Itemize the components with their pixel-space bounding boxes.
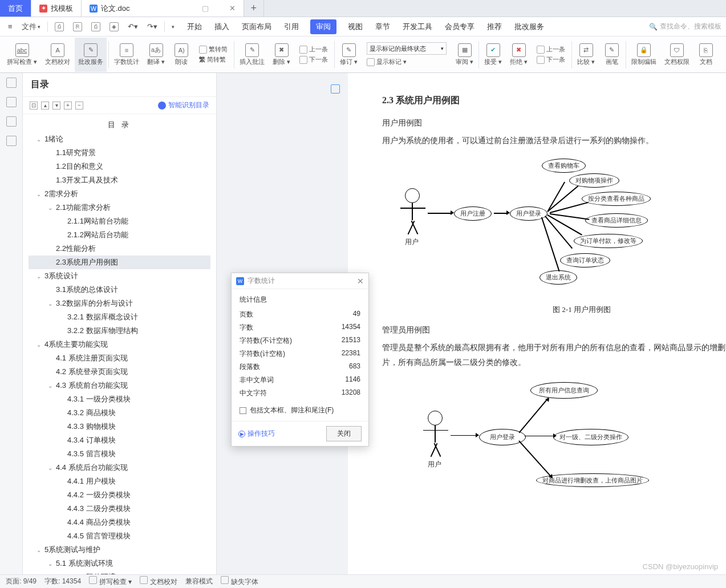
tab-home[interactable]: 首页 xyxy=(0,0,31,17)
include-textbox-checkbox[interactable]: 包括文本框、脚注和尾注(F) xyxy=(240,405,360,415)
toc-item[interactable]: 3.1系统的总体设计 xyxy=(29,283,210,297)
tab-template[interactable]: ✦找模板 xyxy=(31,0,82,17)
level-down-icon[interactable]: ▾ xyxy=(52,102,60,110)
toc-item[interactable]: ⌄4.3 系统前台功能实现 xyxy=(29,379,210,392)
preview-icon[interactable]: ◈ xyxy=(106,20,122,34)
compare-button[interactable]: ⇄比较 ▾ xyxy=(574,38,598,72)
menu-视图[interactable]: 视图 xyxy=(347,19,364,34)
toc-item[interactable]: 2.1.1网站前台功能 xyxy=(29,214,210,228)
delete-comment-button[interactable]: ✖删除 ▾ xyxy=(269,38,294,72)
toc-item[interactable]: 3.2.1 数据库概念设计 xyxy=(29,310,210,324)
next-change-button[interactable]: 下一条 xyxy=(537,55,565,64)
outline-icon[interactable] xyxy=(6,78,17,88)
toc-item[interactable]: 4.3.1 一级分类模块 xyxy=(29,392,210,406)
menu-页面布局[interactable]: 页面布局 xyxy=(241,19,273,34)
tag-icon[interactable] xyxy=(6,116,17,127)
next-comment-button[interactable]: 下一条 xyxy=(299,55,328,64)
toc-item[interactable]: 5.1.1 硬件环境 xyxy=(29,570,210,574)
shrink-icon[interactable]: − xyxy=(75,102,83,110)
track-changes-button[interactable]: ✎修订 ▾ xyxy=(336,38,361,72)
toc-item[interactable]: 1.1研究背景 xyxy=(29,146,210,160)
status-compat[interactable]: 兼容模式 xyxy=(185,577,213,586)
section-icon[interactable] xyxy=(331,84,340,94)
toc-item[interactable]: 2.2性能分析 xyxy=(29,242,210,256)
toc-item[interactable]: ⌄3.2数据库的分析与设计 xyxy=(29,297,210,310)
toc-item[interactable]: 4.4.4 商品分类模块 xyxy=(29,516,210,529)
redo-icon[interactable]: ↷▾ xyxy=(144,20,161,33)
toc-item[interactable]: ⌄4系统主要功能实现 xyxy=(29,338,210,351)
toc-item[interactable]: ⌄2需求分析 xyxy=(29,187,210,201)
toc-item[interactable]: 2.3系统用户用例图 xyxy=(29,256,210,269)
level-up-icon[interactable]: ▴ xyxy=(41,102,49,110)
spell-check-button[interactable]: abc拼写检查 ▾ xyxy=(3,38,40,72)
status-page[interactable]: 页面: 9/49 xyxy=(6,577,36,586)
bookmark-icon[interactable] xyxy=(6,97,17,107)
menu-开始[interactable]: 开始 xyxy=(186,19,203,34)
dialog-header[interactable]: W 字数统计 ✕ xyxy=(232,273,368,289)
dialog-tip-link[interactable]: ▶操作技巧 xyxy=(238,429,275,439)
toc-item[interactable]: 4.3.4 订单模块 xyxy=(29,433,210,447)
toc-item[interactable]: 4.3.5 留言模块 xyxy=(29,447,210,461)
menu-推荐[interactable]: 推荐 xyxy=(486,19,503,34)
to-traditional-button[interactable]: 繁简转繁 xyxy=(199,55,226,64)
toc-tree[interactable]: 目 录 ⌄1绪论1.1研究背景1.2目的和意义1.3开发工具及技术⌄2需求分析⌄… xyxy=(23,114,216,574)
more-icon[interactable]: ▾ xyxy=(168,22,178,32)
toc-item[interactable]: ⌄5.1 系统测试环境 xyxy=(29,557,210,570)
file-menu[interactable]: 文件 ▾ xyxy=(18,19,44,34)
tab-new[interactable]: + xyxy=(244,0,265,17)
menu-审阅[interactable]: 审阅 xyxy=(310,19,336,34)
toc-item[interactable]: 4.4.2 一级分类模块 xyxy=(29,488,210,502)
saveas-icon[interactable]: ⎘ xyxy=(70,20,86,34)
read-aloud-button[interactable]: A)朗读 xyxy=(169,38,193,72)
collapse-icon[interactable]: ⊡ xyxy=(30,102,38,110)
toc-item[interactable]: ⌄1绪论 xyxy=(29,132,210,146)
dialog-close-icon[interactable]: ✕ xyxy=(357,277,364,286)
print-icon[interactable]: ⎙ xyxy=(88,20,104,34)
translate-button[interactable]: aあ翻译 ▾ xyxy=(144,38,168,72)
ink-button[interactable]: ✎画笔 xyxy=(600,38,624,72)
toc-item[interactable]: ⌄3系统设计 xyxy=(29,269,210,283)
word-count-button[interactable]: ≡字数统计 xyxy=(111,38,143,72)
status-words[interactable]: 字数: 14354 xyxy=(44,577,81,586)
search-box[interactable]: 🔍查找命令、搜索模板 xyxy=(649,22,721,31)
toc-item[interactable]: 4.3.2 商品模块 xyxy=(29,406,210,420)
doc-permission-button[interactable]: 🛡文档权限 xyxy=(661,38,693,72)
toc-item[interactable]: 4.2 系统登录页面实现 xyxy=(29,365,210,379)
toc-item[interactable]: 4.3.3 购物模块 xyxy=(29,420,210,433)
dialog-close-button[interactable]: 关闭 xyxy=(326,426,362,441)
status-spell[interactable]: 拼写检查 ▾ xyxy=(89,576,132,587)
menu-会员专享[interactable]: 会员专享 xyxy=(444,19,476,34)
tab-window-icon[interactable]: ▢ xyxy=(202,4,209,13)
tab-document[interactable]: W论文.doc▢✕ xyxy=(82,0,244,17)
expand-icon[interactable]: + xyxy=(64,102,72,110)
hamburger-icon[interactable]: ≡ xyxy=(5,20,16,33)
prev-comment-button[interactable]: 上一条 xyxy=(299,44,328,54)
status-font[interactable]: 缺失字体 xyxy=(221,576,258,587)
to-simplified-button[interactable]: 繁转简 xyxy=(199,44,228,54)
search-panel-icon[interactable] xyxy=(6,136,17,146)
reject-button[interactable]: ✖拒绝 ▾ xyxy=(506,38,531,72)
toc-item[interactable]: 1.2目的和意义 xyxy=(29,160,210,173)
restrict-edit-button[interactable]: 🔒限制编辑 xyxy=(628,38,660,72)
status-proof[interactable]: 文档校对 xyxy=(140,576,177,587)
proof-button[interactable]: A文档校对 xyxy=(42,38,74,72)
fix-service-button[interactable]: ✎批改服务 xyxy=(75,38,107,72)
accept-button[interactable]: ✔接受 ▾ xyxy=(481,38,505,72)
doc-auth-button[interactable]: ⎘文档 xyxy=(694,38,718,72)
toc-item[interactable]: ⌄4.4 系统后台功能实现 xyxy=(29,461,210,475)
toc-item[interactable]: 4.4.5 留言管理模块 xyxy=(29,529,210,543)
insert-comment-button[interactable]: ✎插入批注 xyxy=(236,38,268,72)
toc-item[interactable]: ⌄2.1功能需求分析 xyxy=(29,201,210,214)
display-mode-dropdown[interactable]: 显示标记的最终状态▾ xyxy=(367,42,447,55)
toc-item[interactable]: 4.1 系统注册页面实现 xyxy=(29,351,210,365)
toc-item[interactable]: 2.1.2网站后台功能 xyxy=(29,228,210,242)
tab-close-icon[interactable]: ✕ xyxy=(229,4,236,13)
menu-批改服务[interactable]: 批改服务 xyxy=(513,19,545,34)
prev-change-button[interactable]: 上一条 xyxy=(537,44,565,54)
save-icon[interactable]: ⎙ xyxy=(51,20,67,34)
toc-item[interactable]: 4.4.1 用户模块 xyxy=(29,475,210,488)
menu-开发工具[interactable]: 开发工具 xyxy=(401,19,433,34)
menu-引用[interactable]: 引用 xyxy=(283,19,300,34)
menu-章节[interactable]: 章节 xyxy=(374,19,391,34)
toc-item[interactable]: ⌄5系统测试与维护 xyxy=(29,543,210,557)
